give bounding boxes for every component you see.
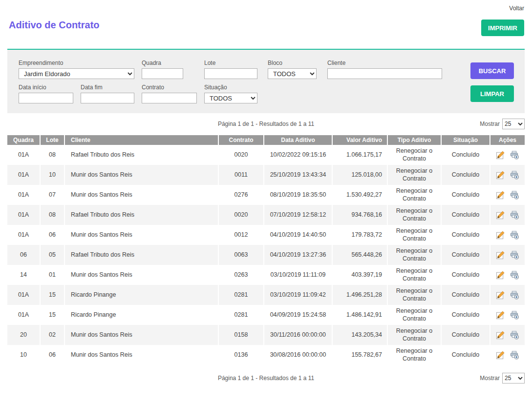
print-add-icon[interactable] <box>510 171 519 180</box>
cell-situacao: Concluído <box>441 225 490 245</box>
cell-lote: 06 <box>40 225 64 245</box>
header-valor-aditivo: Valor Aditivo <box>332 135 387 145</box>
cell-data-aditivo: 07/10/2019 12:58:12 <box>264 205 332 225</box>
header-data-aditivo: Data Aditivo <box>264 135 332 145</box>
header-lote: Lote <box>40 135 64 145</box>
table-row: 2002Munir dos Santos Reis015830/11/2016 … <box>7 325 525 345</box>
cell-data-aditivo: 04/09/2019 15:24:58 <box>264 305 332 325</box>
table-row: 01A08Rafael Tributo dos Reis002007/10/20… <box>7 205 525 225</box>
cell-lote: 15 <box>40 285 64 305</box>
cell-quadra: 14 <box>7 265 40 285</box>
cell-situacao: Concluído <box>441 305 490 325</box>
cell-quadra: 01A <box>7 305 40 325</box>
edit-icon[interactable] <box>496 311 505 320</box>
cell-acoes <box>490 345 525 365</box>
cell-situacao: Concluído <box>441 205 490 225</box>
edit-icon[interactable] <box>496 191 505 200</box>
cell-valor-aditivo: 403.397,19 <box>332 265 387 285</box>
cell-data-aditivo: 25/10/2019 13:43:34 <box>264 165 332 185</box>
situacao-label: Situação <box>204 84 257 91</box>
edit-icon[interactable] <box>496 331 505 340</box>
table-row: 01A15Ricardo Pinange028104/09/2019 15:24… <box>7 305 525 325</box>
print-add-icon[interactable] <box>510 271 519 280</box>
edit-icon[interactable] <box>496 291 505 300</box>
pagination-bottom: Página 1 de 1 - Resultados de 1 a 11 Mos… <box>7 372 525 384</box>
cell-acoes <box>490 225 525 245</box>
table-row: 01A06Munir dos Santos Reis001204/10/2019… <box>7 225 525 245</box>
cell-cliente: Munir dos Santos Reis <box>64 225 218 245</box>
cell-valor-aditivo: 565.448,26 <box>332 245 387 265</box>
limpar-button[interactable]: LIMPAR <box>470 85 514 102</box>
page-size-select[interactable]: 25 <box>502 373 525 384</box>
print-add-icon[interactable] <box>510 231 519 240</box>
cell-acoes <box>490 245 525 265</box>
data-fim-label: Data fim <box>81 84 134 91</box>
bloco-select[interactable]: TODOS <box>268 68 317 79</box>
cell-quadra: 10 <box>7 345 40 365</box>
empreendimento-label: Empreendimento <box>19 60 134 66</box>
edit-icon[interactable] <box>496 171 505 180</box>
cell-valor-aditivo: 155.782,67 <box>332 345 387 365</box>
situacao-select[interactable]: TODOS <box>204 93 257 103</box>
data-fim-input[interactable] <box>81 93 134 103</box>
cell-contrato: 0281 <box>218 285 264 305</box>
print-add-icon[interactable] <box>510 211 519 220</box>
page-size-select[interactable]: 25 <box>502 119 525 129</box>
cell-valor-aditivo: 934.768,16 <box>332 205 387 225</box>
cell-cliente: Munir dos Santos Reis <box>64 265 218 285</box>
print-add-icon[interactable] <box>510 291 519 300</box>
filter-panel: Empreendimento Jardim Eldorado Quadra Lo… <box>7 49 525 113</box>
results-table: Quadra Lote Cliente Contrato Data Aditiv… <box>7 135 525 365</box>
cell-contrato: 0011 <box>218 165 264 185</box>
contrato-input[interactable] <box>142 93 197 103</box>
cell-cliente: Ricardo Pinange <box>64 305 218 325</box>
cell-contrato: 0281 <box>218 305 264 325</box>
print-add-icon[interactable] <box>510 151 519 160</box>
cell-quadra: 01A <box>7 145 40 165</box>
quadra-input[interactable] <box>142 68 183 79</box>
cell-data-aditivo: 30/08/2016 00:00:00 <box>264 345 332 365</box>
cell-valor-aditivo: 1.486.142,91 <box>332 305 387 325</box>
print-add-icon[interactable] <box>510 251 519 260</box>
print-add-icon[interactable] <box>510 311 519 320</box>
back-link[interactable]: Voltar <box>509 5 524 12</box>
edit-icon[interactable] <box>496 251 505 260</box>
edit-icon[interactable] <box>496 271 505 280</box>
mostrar-label: Mostrar <box>480 375 500 382</box>
cell-data-aditivo: 03/10/2019 11:11:09 <box>264 265 332 285</box>
cell-contrato: 0063 <box>218 245 264 265</box>
cliente-input[interactable] <box>327 68 442 79</box>
cell-situacao: Concluído <box>441 285 490 305</box>
cell-contrato: 0012 <box>218 225 264 245</box>
pagination-summary: Página 1 de 1 - Resultados de 1 a 11 <box>7 121 525 127</box>
cell-tipo-aditivo: Renegociar o Contrato <box>387 225 441 245</box>
print-add-icon[interactable] <box>510 331 519 340</box>
imprimir-button[interactable]: IMPRIMIR <box>481 20 524 36</box>
lote-label: Lote <box>204 60 257 66</box>
contrato-label: Contrato <box>142 84 197 91</box>
edit-icon[interactable] <box>496 351 505 360</box>
cell-situacao: Concluído <box>441 265 490 285</box>
quadra-label: Quadra <box>142 60 183 66</box>
print-add-icon[interactable] <box>510 191 519 200</box>
cell-tipo-aditivo: Renegociar o Contrato <box>387 265 441 285</box>
empreendimento-select[interactable]: Jardim Eldorado <box>19 68 134 79</box>
cell-lote: 08 <box>40 145 64 165</box>
cell-contrato: 0020 <box>218 205 264 225</box>
header-contrato: Contrato <box>218 135 264 145</box>
print-add-icon[interactable] <box>510 351 519 360</box>
cell-contrato: 0020 <box>218 145 264 165</box>
cell-data-aditivo: 08/10/2019 18:35:50 <box>264 185 332 205</box>
cell-quadra: 06 <box>7 245 40 265</box>
table-row: 01A15Ricardo Pinange028103/10/2019 11:09… <box>7 285 525 305</box>
edit-icon[interactable] <box>496 151 505 160</box>
cell-valor-aditivo: 125.018,00 <box>332 165 387 185</box>
edit-icon[interactable] <box>496 231 505 240</box>
lote-input[interactable] <box>204 68 257 79</box>
buscar-button[interactable]: BUSCAR <box>470 62 514 79</box>
table-row: 1006Munir dos Santos Reis013630/08/2016 … <box>7 345 525 365</box>
data-inicio-input[interactable] <box>19 93 73 103</box>
cell-acoes <box>490 145 525 165</box>
cell-cliente: Munir dos Santos Reis <box>64 185 218 205</box>
edit-icon[interactable] <box>496 211 505 220</box>
